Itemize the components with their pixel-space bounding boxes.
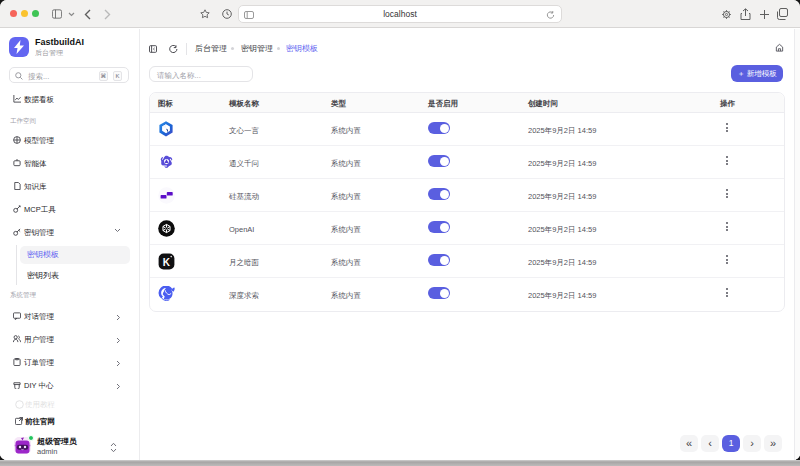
svg-text:K: K [163,256,171,267]
